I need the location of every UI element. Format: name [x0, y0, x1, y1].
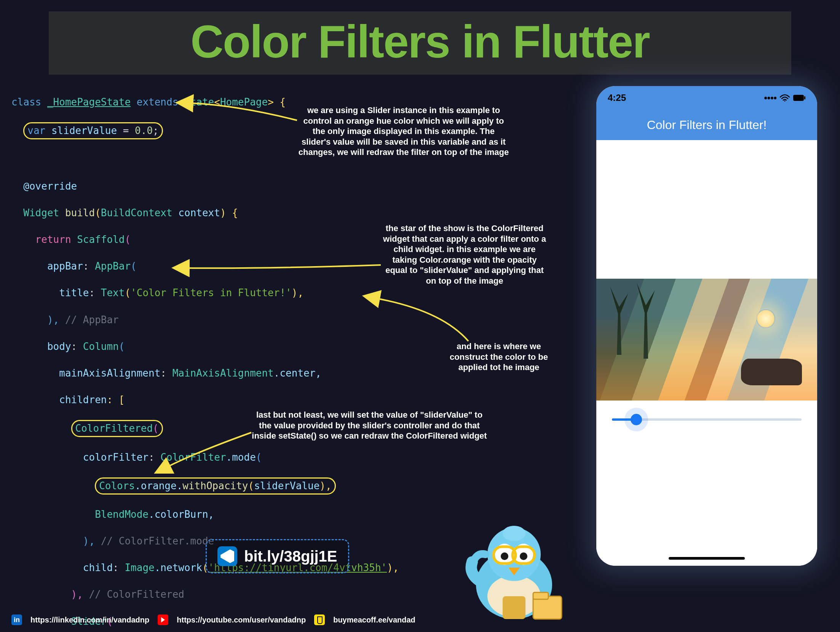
highlight-slidervalue-decl: var sliderValue = 0.0; — [23, 122, 163, 139]
linkedin-url[interactable]: https://linkedin.com/in/vandadnp — [30, 616, 149, 624]
svg-rect-11 — [533, 592, 548, 599]
title-banner: Color Filters in Flutter — [49, 11, 791, 75]
footer-links: in https://linkedin.com/in/vandadnp http… — [11, 614, 415, 625]
phone-status-icons: •••• — [764, 93, 806, 103]
cellular-signal-icon: •••• — [764, 93, 777, 103]
phone-slider[interactable] — [612, 412, 802, 427]
content-area: class _HomePageState extends State<HomeP… — [0, 82, 840, 608]
buymeacoffee-icon[interactable] — [314, 614, 325, 625]
svg-point-5 — [501, 552, 508, 560]
highlight-color-construct: Colors.orange.withOpacity(sliderValue), — [95, 477, 336, 495]
vscode-icon — [217, 546, 237, 566]
phone-time: 4:25 — [608, 93, 626, 103]
svg-rect-12 — [503, 596, 525, 619]
phone-appbar: Color Filters in Flutter! — [596, 110, 817, 140]
linkedin-icon[interactable]: in — [11, 614, 22, 625]
dash-mascot-icon — [457, 516, 571, 630]
wifi-icon — [780, 94, 790, 102]
appbar-title: Color Filters in Flutter! — [647, 118, 767, 132]
phone-mockup: 4:25 •••• Color Filters in Flutter! — [596, 86, 817, 566]
phone-status-bar: 4:25 •••• — [596, 86, 817, 110]
svg-rect-14 — [793, 95, 804, 101]
battery-icon — [793, 94, 806, 101]
annotation-color-construct: and here is where we construct the color… — [442, 341, 556, 373]
youtube-icon[interactable] — [158, 614, 168, 625]
annotation-colorfiltered: the star of the show is the ColorFiltere… — [381, 223, 548, 286]
svg-point-6 — [520, 552, 527, 560]
phone-body — [596, 140, 817, 566]
slider-thumb[interactable] — [631, 414, 642, 425]
annotation-slider-var: we are using a Slider instance in this e… — [297, 105, 510, 158]
svg-rect-15 — [804, 96, 805, 99]
annotation-setstate: last but not least, we will set the valu… — [251, 410, 487, 441]
home-indicator — [669, 557, 745, 560]
shortlink-text: bit.ly/38gjj1E — [244, 548, 337, 565]
phone-filtered-image — [596, 279, 817, 401]
vscode-shortlink-card[interactable]: bit.ly/38gjj1E — [206, 539, 349, 573]
highlight-colorfiltered: ColorFiltered( — [71, 420, 163, 437]
svg-point-9 — [503, 526, 525, 541]
bmc-url[interactable]: buymeacoff.ee/vandad — [333, 616, 415, 624]
svg-point-13 — [784, 101, 786, 102]
youtube-url[interactable]: https://youtube.com/user/vandadnp — [177, 616, 306, 624]
page-title: Color Filters in Flutter — [49, 15, 791, 68]
